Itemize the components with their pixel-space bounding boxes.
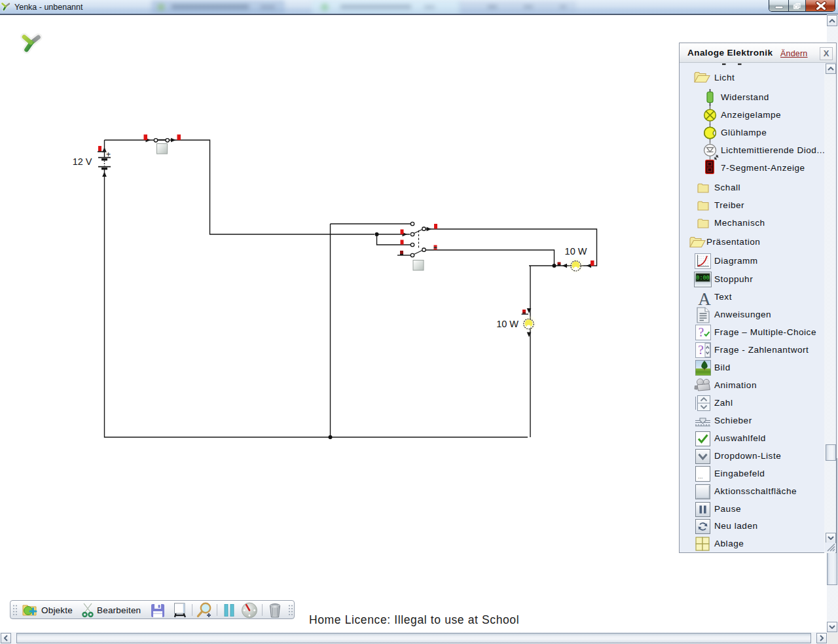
svg-text:12 V: 12 V xyxy=(73,156,92,167)
svg-text:?: ? xyxy=(699,325,704,339)
svg-text:+: + xyxy=(106,150,111,159)
svg-text:10 W: 10 W xyxy=(496,319,519,329)
svg-text:?: ? xyxy=(698,343,703,357)
svg-text:A: A xyxy=(698,290,711,306)
svg-text:0:00: 0:00 xyxy=(696,275,709,281)
svg-text:...: ... xyxy=(698,473,703,480)
svg-text:10 W: 10 W xyxy=(565,246,587,257)
